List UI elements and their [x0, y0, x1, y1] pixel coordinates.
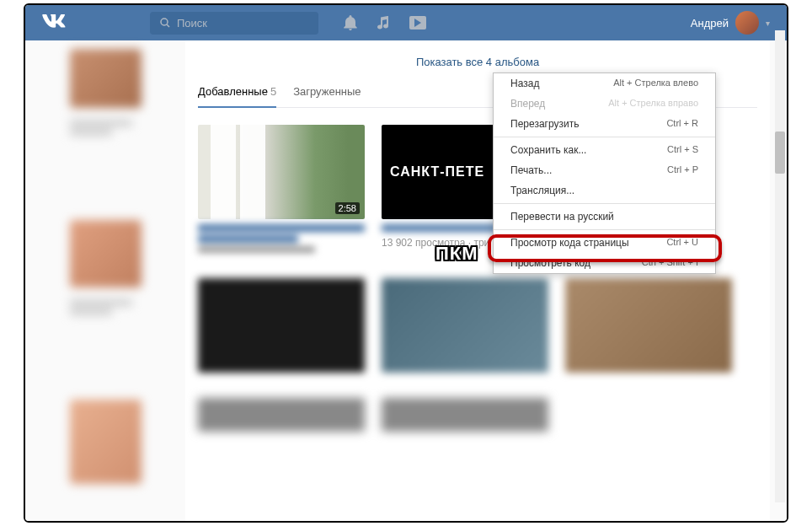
- sidebar: [25, 40, 177, 521]
- scrollbar-track: [775, 30, 785, 502]
- video-duration: 2:58: [335, 202, 360, 214]
- header-bar: Поиск Андрей ▾: [25, 5, 787, 40]
- video-icon[interactable]: [409, 16, 426, 30]
- username: Андрей: [691, 17, 729, 30]
- chevron-down-icon: ▾: [766, 19, 770, 28]
- music-icon[interactable]: [377, 16, 389, 30]
- menu-reload[interactable]: ПерезагрузитьCtrl + R: [494, 114, 715, 134]
- search-icon: [160, 18, 170, 28]
- menu-back[interactable]: НазадAlt + Стрелка влево: [494, 73, 715, 94]
- video-card[interactable]: 2:58: [198, 125, 365, 253]
- tab-uploaded[interactable]: Загруженные: [293, 85, 361, 99]
- menu-print[interactable]: Печать...Ctrl + P: [494, 160, 715, 180]
- svg-point-0: [161, 19, 168, 25]
- menu-cast[interactable]: Трансляция...: [494, 180, 715, 201]
- video-thumbnail: 2:58: [198, 125, 365, 219]
- vk-logo[interactable]: [42, 14, 66, 31]
- user-menu[interactable]: Андрей ▾: [691, 11, 770, 35]
- bell-icon[interactable]: [344, 15, 357, 30]
- pkm-label: ПКМ: [435, 243, 478, 265]
- menu-forward: ВпередAlt + Стрелка вправо: [494, 94, 715, 114]
- search-input[interactable]: Поиск: [150, 12, 318, 35]
- svg-line-1: [167, 24, 169, 27]
- scrollbar-thumb[interactable]: [775, 132, 785, 174]
- highlight-annotation: [488, 234, 722, 262]
- menu-translate[interactable]: Перевести на русский: [494, 207, 715, 227]
- search-placeholder: Поиск: [177, 17, 207, 30]
- avatar: [735, 11, 759, 35]
- menu-save-as[interactable]: Сохранить как...Ctrl + S: [494, 140, 715, 160]
- tab-added[interactable]: Добавленные5: [198, 85, 276, 108]
